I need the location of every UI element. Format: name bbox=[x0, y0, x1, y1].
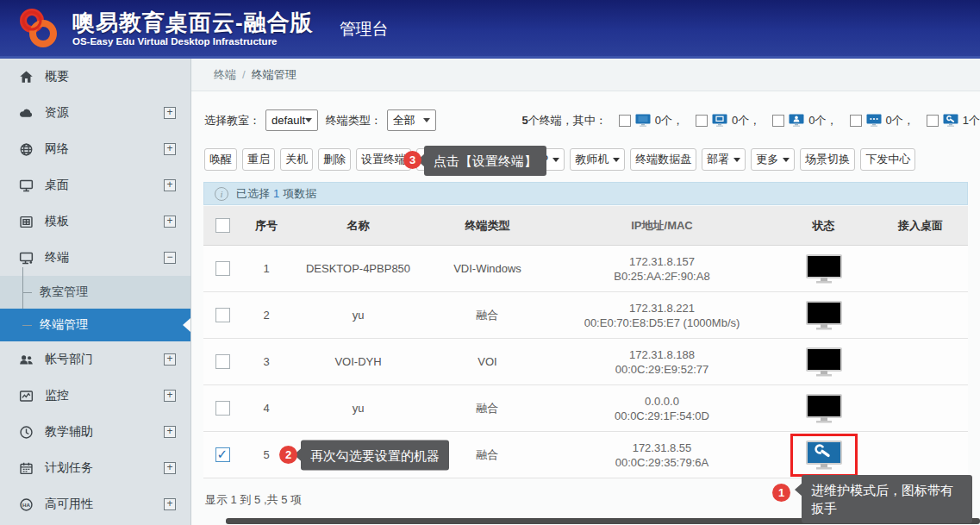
maintenance-terminal-icon bbox=[943, 114, 958, 127]
fusion-state-checkbox[interactable] bbox=[850, 115, 862, 127]
sidebar-item-label: 帐号部门 bbox=[45, 352, 93, 367]
sidebar-item-high-availability[interactable]: HA 高可用性 + bbox=[0, 486, 190, 522]
state-suffix: 个， bbox=[892, 113, 914, 128]
sidebar-item-label: 监控 bbox=[45, 388, 69, 403]
scene-switch-button[interactable]: 场景切换 bbox=[800, 148, 855, 171]
terminal-ip: 172.31.8.157 bbox=[629, 254, 695, 269]
row-checkbox[interactable] bbox=[215, 308, 230, 322]
dispatch-center-button[interactable]: 下发中心 bbox=[860, 148, 915, 171]
row-checkbox[interactable] bbox=[215, 401, 230, 416]
collapse-minus-icon[interactable]: − bbox=[164, 252, 176, 264]
sidebar-item-terminal[interactable]: 终端 − bbox=[0, 240, 190, 276]
sidebar-item-resources[interactable]: 资源 + bbox=[0, 95, 190, 131]
select-all-checkbox[interactable] bbox=[215, 218, 230, 233]
sidebar-item-label: 教学辅助 bbox=[45, 424, 93, 440]
expand-plus-icon[interactable]: + bbox=[164, 107, 176, 119]
column-header-status[interactable]: 状态 bbox=[774, 206, 873, 245]
terminal-mac: 00:0C:29:E9:52:77 bbox=[615, 362, 708, 377]
table-row: 2 yu 融合 172.31.8.221 00:E0:70:E8:D5:E7 (… bbox=[203, 292, 968, 339]
table-header-row: 序号 名称 终端类型 IP地址/MAC 状态 接入桌面 bbox=[203, 206, 968, 246]
shutdown-button[interactable]: 关机 bbox=[280, 148, 313, 171]
terminal-mac: 00:0C:29:1F:54:0D bbox=[615, 409, 709, 423]
sidebar-item-desktop[interactable]: 桌面 + bbox=[0, 167, 190, 203]
sidebar-item-label: 网络 bbox=[45, 141, 69, 157]
desktop-icon bbox=[18, 178, 34, 194]
template-icon bbox=[18, 214, 34, 230]
voi-terminal-icon bbox=[789, 114, 804, 127]
expand-plus-icon[interactable]: + bbox=[164, 179, 176, 191]
idv-state-checkbox[interactable] bbox=[696, 115, 708, 127]
column-header-type[interactable]: 终端类型 bbox=[425, 206, 550, 245]
voi-state-checkbox[interactable] bbox=[772, 115, 784, 127]
sidebar-item-monitoring[interactable]: 监控 + bbox=[0, 378, 190, 414]
toolbar: 唤醒 重启 关机 删除 设置终端 3 点击【设置终端】 修改终端名 设置终端IP… bbox=[204, 148, 915, 171]
teacher-machine-button[interactable]: 教师机 bbox=[570, 148, 625, 171]
column-header-no[interactable]: 序号 bbox=[241, 206, 291, 245]
selection-info-bar: i 已选择 1 项数据 bbox=[203, 182, 968, 205]
column-header-desktop[interactable]: 接入桌面 bbox=[873, 206, 968, 245]
row-checkbox[interactable] bbox=[215, 447, 230, 462]
step-1-badge: 1 bbox=[772, 484, 790, 502]
expand-plus-icon[interactable]: + bbox=[164, 390, 176, 402]
state-count: 0 bbox=[886, 114, 892, 127]
table-row: 1 DESKTOP-4PBP850 VDI-Windows 172.31.8.1… bbox=[203, 246, 968, 292]
table-row: 5 融合 172.31.8.55 00:0C:29:35:79:6A 2 再次勾… bbox=[203, 432, 968, 478]
wake-button[interactable]: 唤醒 bbox=[204, 148, 237, 171]
sidebar-item-network[interactable]: 网络 + bbox=[0, 131, 190, 167]
idv-terminal-icon bbox=[712, 114, 727, 127]
pagination-summary: 显示 1 到 5 ,共 5 项 bbox=[205, 492, 302, 508]
expand-plus-icon[interactable]: + bbox=[164, 426, 176, 438]
set-terminal-button[interactable]: 设置终端 3 点击【设置终端】 bbox=[356, 148, 411, 171]
delete-button[interactable]: 删除 bbox=[318, 148, 351, 171]
terminal-data-disk-button[interactable]: 终端数据盘 bbox=[630, 148, 696, 171]
restart-button[interactable]: 重启 bbox=[242, 148, 275, 171]
terminal-submenu: 教室管理 终端管理 bbox=[0, 276, 190, 341]
button-label: 唤醒 bbox=[209, 152, 232, 167]
sidebar-item-terminal-management[interactable]: 终端管理 bbox=[0, 309, 190, 341]
access-desktop-cell bbox=[873, 246, 968, 291]
more-button[interactable]: 更多 bbox=[751, 148, 795, 171]
sidebar-item-classroom-management[interactable]: 教室管理 bbox=[0, 276, 190, 309]
state-filter-voi: 0 个， bbox=[772, 113, 837, 128]
step-3-badge: 3 bbox=[403, 151, 421, 169]
terminal-management-page: 噢易教育桌面云-融合版 OS-Easy Edu Virtual Desktop … bbox=[0, 0, 980, 525]
expand-plus-icon[interactable]: + bbox=[164, 143, 176, 155]
terminal-mac: 00:E0:70:E8:D5:E7 (1000Mb/s) bbox=[584, 316, 740, 330]
sidebar-item-scheduled-tasks[interactable]: 计划任务 + bbox=[0, 450, 190, 486]
classroom-select[interactable]: default bbox=[265, 109, 318, 131]
vdi-state-checkbox[interactable] bbox=[619, 115, 631, 127]
button-label: 终端数据盘 bbox=[635, 152, 691, 167]
terminal-type-label: 终端类型： bbox=[326, 113, 382, 128]
calendar-icon bbox=[18, 460, 34, 477]
sidebar-item-overview[interactable]: 概要 bbox=[0, 59, 190, 95]
breadcrumb-parent[interactable]: 终端 bbox=[214, 67, 236, 83]
column-header-name[interactable]: 名称 bbox=[291, 206, 425, 245]
expand-plus-icon[interactable]: + bbox=[164, 498, 176, 510]
row-checkbox[interactable] bbox=[215, 354, 230, 369]
terminal-mac: B0:25:AA:2F:90:A8 bbox=[614, 269, 709, 284]
terminal-maintenance-status-icon bbox=[806, 441, 842, 470]
sidebar-item-template[interactable]: 模板 + bbox=[0, 203, 190, 240]
state-suffix: 个 bbox=[969, 113, 980, 128]
ha-icon: HA bbox=[18, 497, 34, 513]
expand-plus-icon[interactable]: + bbox=[164, 462, 176, 474]
row-checkbox[interactable] bbox=[215, 261, 230, 276]
terminal-icon bbox=[18, 250, 34, 266]
access-desktop-cell bbox=[873, 432, 968, 478]
info-icon: i bbox=[215, 187, 228, 201]
sidebar-item-accounts[interactable]: 帐号部门 + bbox=[0, 341, 190, 378]
column-header-ip-mac[interactable]: IP地址/MAC bbox=[550, 206, 774, 245]
sidebar-item-label: 模板 bbox=[45, 214, 69, 229]
terminal-type-select[interactable]: 全部 bbox=[387, 109, 436, 131]
expand-plus-icon[interactable]: + bbox=[164, 216, 176, 228]
deploy-button[interactable]: 部署 bbox=[702, 148, 746, 171]
maintenance-state-checkbox[interactable] bbox=[927, 115, 939, 127]
terminal-ip: 172.31.8.221 bbox=[629, 301, 695, 316]
sidebar-item-teaching-aid[interactable]: 教学辅助 + bbox=[0, 414, 190, 450]
expand-plus-icon[interactable]: + bbox=[164, 353, 176, 366]
terminal-mac: 00:0C:29:35:79:6A bbox=[615, 455, 708, 470]
terminal-ip: 172.31.8.55 bbox=[633, 441, 692, 455]
sidebar-item-label: 资源 bbox=[45, 105, 69, 121]
main-content: 终端 / 终端管理 选择教室： default 终端类型： 全部 5 个终端，其… bbox=[191, 59, 980, 525]
button-label: 教师机 bbox=[575, 152, 609, 167]
